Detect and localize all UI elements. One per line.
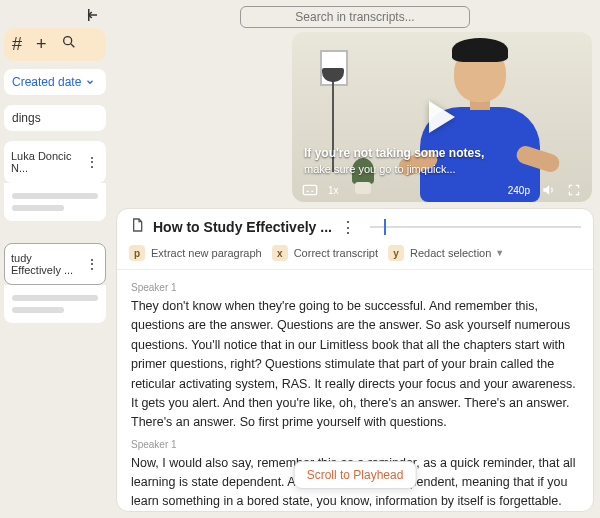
shortcut-key: p — [129, 245, 145, 261]
search-icon[interactable] — [61, 34, 77, 55]
speaker-label: Speaker 1 — [131, 282, 579, 293]
document-icon — [129, 217, 145, 237]
search-input[interactable] — [240, 6, 470, 28]
video-player[interactable]: If you're not taking some notes, make su… — [292, 32, 592, 202]
skeleton-line — [12, 307, 64, 313]
captions-icon[interactable] — [302, 182, 318, 198]
sidebar-item-recording-1[interactable]: Luka Doncic N... ⋮ — [4, 141, 106, 183]
redact-selection-action[interactable]: y Redact selection ▼ — [388, 245, 504, 261]
list-item-label: Luka Doncic N... — [11, 150, 81, 174]
add-icon[interactable]: + — [36, 34, 47, 55]
skeleton-line — [12, 193, 98, 199]
playhead-cursor[interactable] — [384, 219, 386, 235]
transcript-panel: How to Study Effectively ... ⋮ p Extract… — [116, 208, 594, 512]
sidebar-item-recording-2[interactable]: tudy Effectively ... ⋮ — [4, 243, 106, 285]
list-item-label: tudy Effectively ... — [11, 252, 81, 276]
item-menu-button[interactable]: ⋮ — [85, 256, 99, 272]
speaker-label: Speaker 1 — [131, 439, 579, 450]
playback-timeline[interactable] — [370, 218, 581, 236]
hash-icon[interactable]: # — [12, 34, 22, 55]
transcript-actions: p Extract new paragraph x Correct transc… — [117, 241, 593, 270]
panel-title: How to Study Effectively ... — [153, 219, 332, 235]
transcript-paragraph[interactable]: They don't know when they're going to be… — [131, 297, 579, 433]
skeleton-line — [12, 295, 98, 301]
svg-rect-1 — [303, 185, 316, 194]
video-controls: 1x 240p — [292, 182, 592, 198]
collapse-sidebar-button[interactable] — [0, 0, 110, 26]
sidebar: # + Created date dings Luka Doncic N... … — [0, 0, 110, 518]
video-caption: If you're not taking some notes, make su… — [304, 146, 484, 176]
volume-icon[interactable] — [540, 182, 556, 198]
svg-point-0 — [63, 37, 71, 45]
chevron-down-icon — [85, 77, 95, 87]
panel-menu-button[interactable]: ⋮ — [340, 218, 356, 237]
play-button-icon[interactable] — [429, 101, 455, 133]
shortcut-key: y — [388, 245, 404, 261]
sort-created-date[interactable]: Created date — [4, 69, 106, 95]
shortcut-key: x — [272, 245, 288, 261]
main-area: If you're not taking some notes, make su… — [110, 0, 600, 518]
video-quality[interactable]: 240p — [508, 185, 530, 196]
fullscreen-icon[interactable] — [566, 182, 582, 198]
dropdown-caret-icon: ▼ — [495, 248, 504, 258]
scroll-to-playhead-button[interactable]: Scroll to Playhead — [294, 461, 417, 489]
skeleton-line — [12, 205, 64, 211]
extract-paragraph-action[interactable]: p Extract new paragraph — [129, 245, 262, 261]
playback-speed[interactable]: 1x — [328, 185, 339, 196]
item-menu-button[interactable]: ⋮ — [85, 154, 99, 170]
correct-transcript-action[interactable]: x Correct transcript — [272, 245, 378, 261]
sidebar-group[interactable]: dings — [4, 105, 106, 131]
sidebar-toolbar: # + — [4, 28, 106, 61]
